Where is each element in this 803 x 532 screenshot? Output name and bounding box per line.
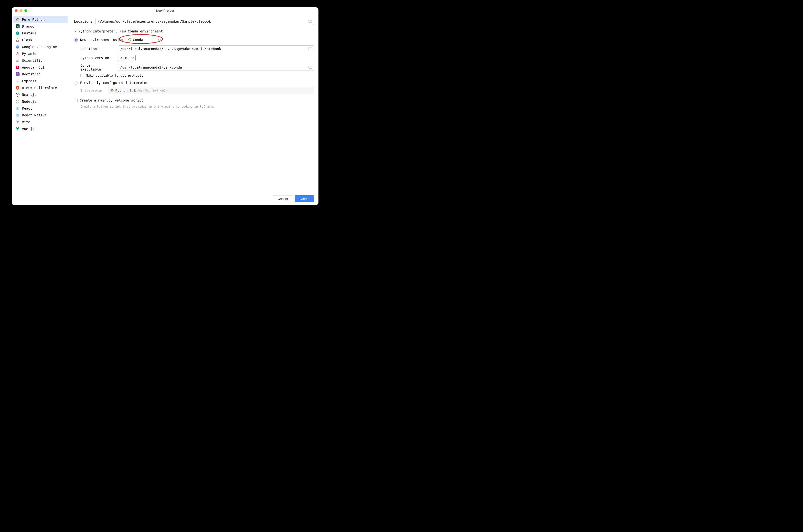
create-button[interactable]: Create [295, 195, 314, 202]
sidebar-item-label: Pyramid [22, 52, 36, 56]
svg-text:B: B [17, 73, 18, 76]
sidebar-item-label: Next.js [22, 93, 36, 97]
folder-icon[interactable] [308, 20, 312, 24]
conda-executable-label: Conda executable: [80, 63, 114, 71]
project-location-value: /Volumes/workplace/experiments/sagemaker… [98, 20, 211, 23]
python-version-select[interactable]: 3.10 [118, 55, 135, 61]
python-version-label: Python version: [80, 56, 114, 60]
sidebar-item-react-native[interactable]: React Native [13, 112, 68, 119]
conda-icon [128, 38, 131, 41]
nextjs-icon: N [16, 93, 20, 97]
svg-point-5 [17, 54, 17, 54]
interpreter-select: Python 3.8 /usr/bin/python3 [108, 87, 314, 94]
chevron-down-icon [158, 38, 161, 42]
titlebar: New Project [12, 7, 318, 14]
sidebar-item-pyramid[interactable]: Pyramid [13, 50, 68, 57]
sidebar-item-node-js[interactable]: Node.js [13, 98, 68, 105]
flask-icon [16, 38, 20, 42]
nodejs-icon [16, 99, 20, 103]
project-config-panel: Location: /Volumes/workplace/experiments… [70, 14, 318, 205]
chevron-down-icon [131, 56, 134, 60]
svg-text:ex: ex [16, 80, 19, 82]
pyramid-icon [16, 52, 20, 56]
svg-point-14 [17, 108, 18, 109]
create-main-label: Create a main.py welcome script [79, 98, 143, 102]
vite-icon [16, 120, 20, 124]
sidebar-item-html5-boilerplate[interactable]: 5HTML5 Boilerplate [13, 84, 68, 91]
angular-icon [16, 65, 20, 69]
conda-executable-input[interactable]: /usr/local/anaconda3/bin/conda [118, 64, 314, 71]
sidebar-item-express[interactable]: exExpress [13, 78, 68, 84]
environment-tool-select[interactable]: Conda [126, 37, 162, 43]
previously-configured-label: Previously configured interpreter [80, 81, 148, 85]
sidebar-item-label: React Native [22, 113, 47, 117]
project-type-sidebar: Pure PythondjDjangoFastAPIFlaskGoogle Ap… [12, 14, 70, 205]
sidebar-item-pure-python[interactable]: Pure Python [13, 16, 68, 23]
sidebar-item-flask[interactable]: Flask [13, 37, 68, 43]
svg-text:N: N [17, 94, 18, 96]
new-project-dialog: New Project Pure PythondjDjangoFastAPIFl… [12, 7, 318, 205]
svg-point-23 [111, 89, 112, 90]
interpreter-label: Interpreter: [80, 89, 105, 93]
sidebar-item-label: Vue.js [22, 127, 34, 131]
sidebar-item-next-js[interactable]: NNext.js [13, 91, 68, 98]
new-environment-radio[interactable] [74, 38, 78, 42]
sidebar-item-fastapi[interactable]: FastAPI [13, 30, 68, 37]
python-icon [16, 18, 20, 21]
cancel-button[interactable]: Cancel [273, 195, 292, 202]
sidebar-item-label: Pure Python [22, 18, 45, 21]
sidebar-item-label: FastAPI [22, 31, 36, 35]
interpreter-section-toggle[interactable]: Python Interpreter: New Conda environmen… [74, 29, 314, 33]
location-label: Location: [74, 20, 93, 23]
folder-icon[interactable] [308, 47, 312, 51]
svg-text:dj: dj [17, 25, 19, 28]
sidebar-item-scientific[interactable]: Scientific [13, 57, 68, 64]
vue-icon [16, 127, 20, 131]
svg-point-7 [17, 53, 18, 54]
folder-icon[interactable] [308, 65, 312, 70]
dialog-footer: Cancel Create [273, 195, 314, 202]
sidebar-item-bootstrap[interactable]: BBootstrap [13, 71, 68, 78]
sidebar-item-label: Vite [22, 120, 30, 124]
make-available-label: Make available to all projects [86, 74, 143, 77]
sidebar-item-vite[interactable]: Vite [13, 119, 68, 126]
sidebar-item-label: Google App Engine [22, 45, 57, 49]
sidebar-item-label: Express [22, 79, 36, 83]
dialog-title: New Project [12, 9, 318, 13]
svg-point-6 [18, 54, 18, 54]
interpreter-value: Python 3.8 [115, 89, 136, 93]
make-available-checkbox[interactable] [80, 74, 84, 77]
previously-configured-radio[interactable] [74, 81, 78, 85]
sidebar-item-label: Node.js [22, 99, 36, 103]
create-main-hint: Create a Python script that provides an … [80, 105, 314, 108]
python-version-value: 3.10 [120, 56, 128, 60]
sidebar-item-vue-js[interactable]: Vue.js [13, 126, 68, 132]
create-main-checkbox[interactable] [74, 99, 78, 102]
svg-point-18 [17, 115, 18, 116]
sidebar-item-react[interactable]: React [13, 105, 68, 112]
svg-point-1 [18, 20, 18, 21]
html5-icon: 5 [16, 86, 20, 90]
chevron-down-icon [74, 30, 77, 33]
sidebar-item-label: Flask [22, 38, 32, 42]
sidebar-item-label: Bootstrap [22, 72, 40, 76]
chevron-down-icon [167, 89, 169, 93]
new-environment-label: New environment using [80, 38, 123, 42]
svg-text:5: 5 [17, 87, 18, 89]
env-location-label: Location: [80, 47, 114, 51]
react-icon [16, 107, 20, 110]
gae-icon [16, 45, 20, 49]
scientific-icon [16, 59, 20, 62]
interpreter-header: Python Interpreter: New Conda environmen… [78, 29, 163, 33]
svg-point-22 [128, 39, 131, 41]
sidebar-item-angular-cli[interactable]: Angular CLI [13, 64, 68, 71]
sidebar-item-django[interactable]: djDjango [13, 23, 68, 30]
django-icon: dj [16, 24, 20, 28]
env-location-value: /usr/local/anaconda3/envs/SageMakerSampl… [120, 47, 221, 51]
sidebar-item-google-app-engine[interactable]: Google App Engine [13, 43, 68, 50]
conda-executable-value: /usr/local/anaconda3/bin/conda [120, 65, 182, 69]
sidebar-item-label: Django [22, 24, 34, 28]
project-location-input[interactable]: /Volumes/workplace/experiments/sagemaker… [95, 18, 314, 25]
react-icon [16, 113, 20, 117]
env-location-input[interactable]: /usr/local/anaconda3/envs/SageMakerSampl… [118, 45, 314, 52]
